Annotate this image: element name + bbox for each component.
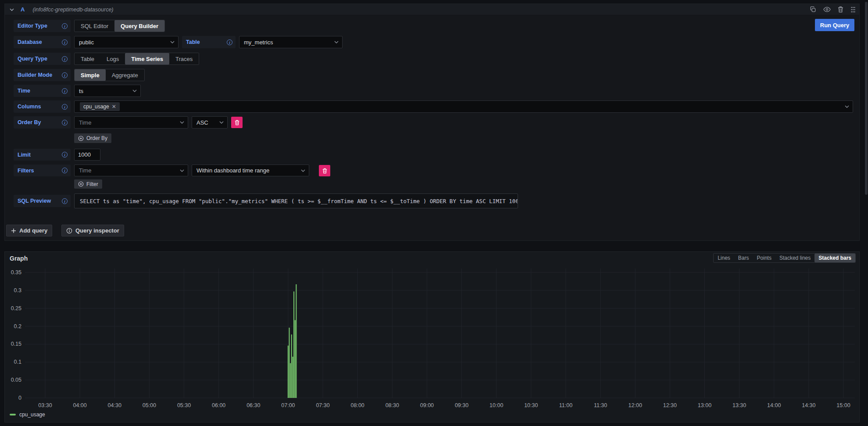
option-aggregate[interactable]: Aggregate [106, 69, 144, 81]
drag-handle-icon[interactable] [850, 7, 856, 13]
column-chip: cpu_usage ✕ [80, 102, 120, 111]
x-tick-label: 12:30 [663, 402, 677, 408]
sql-preview-text: SELECT ts as "time", cpu_usage FROM "pub… [74, 193, 518, 208]
filter-field-value: Time [79, 167, 91, 174]
query-editor-card: A (info8fcc-greptimedb-datasource) [4, 4, 860, 241]
order-by-direction-select[interactable]: ASC [192, 116, 228, 129]
info-icon[interactable]: i [62, 39, 68, 45]
filter-range-select[interactable]: Within dashboard time range [192, 165, 309, 176]
chevron-down-icon [167, 41, 175, 43]
option-points[interactable]: Points [753, 254, 775, 262]
order-by-label: Order By i [14, 116, 71, 129]
option-simple[interactable]: Simple [75, 69, 106, 81]
limit-input[interactable]: 1000 [74, 149, 100, 161]
y-tick-label: 0.2 [14, 323, 21, 329]
filter-range-value: Within dashboard time range [196, 167, 269, 174]
remove-order-by-button[interactable] [231, 117, 243, 128]
query-inspector-label: Query inspector [75, 227, 119, 234]
editor-type-row: Editor Type i SQL EditorQuery Builder [5, 20, 859, 32]
scrollbar-thumb[interactable] [865, 2, 868, 195]
limit-value: 1000 [78, 151, 91, 158]
x-tick-label: 11:00 [559, 402, 572, 408]
order-by-row: Order By i Time ASC [5, 116, 859, 129]
builder-mode-row: Builder Mode i SimpleAggregate [5, 69, 859, 81]
time-series-chart[interactable]: 00.050.10.150.20.250.30.3503:3004:0004:3… [5, 265, 860, 411]
bar [290, 363, 291, 398]
columns-multiselect[interactable]: cpu_usage ✕ [74, 100, 853, 113]
info-icon[interactable]: i [62, 23, 68, 29]
x-tick-label: 05:30 [177, 402, 191, 408]
chevron-down-icon [176, 169, 184, 172]
option-lines[interactable]: Lines [714, 254, 734, 262]
filters-row: Filters i Time Within dashboard time ran… [5, 165, 859, 176]
option-bars[interactable]: Bars [734, 254, 753, 262]
option-time-series[interactable]: Time Series [125, 53, 169, 64]
x-tick-label: 14:30 [802, 402, 815, 408]
add-filter-button[interactable]: Filter [74, 179, 102, 189]
info-icon[interactable]: i [62, 88, 68, 94]
option-traces[interactable]: Traces [169, 53, 199, 64]
query-row-header[interactable]: A (info8fcc-greptimedb-datasource) [5, 4, 859, 15]
datasource-name: (info8fcc-greptimedb-datasource) [32, 7, 113, 13]
query-inspector-button[interactable]: Query inspector [61, 225, 124, 236]
option-logs[interactable]: Logs [100, 53, 125, 64]
option-table[interactable]: Table [75, 53, 100, 64]
x-tick-label: 11:30 [594, 402, 607, 408]
query-header-actions [810, 6, 856, 13]
column-chip-label: cpu_usage [83, 104, 109, 110]
remove-column-icon[interactable]: ✕ [112, 104, 116, 110]
info-icon[interactable]: i [227, 39, 232, 45]
table-select[interactable]: my_metrics [239, 36, 343, 48]
x-tick-label: 13:00 [698, 402, 711, 408]
info-icon[interactable]: i [62, 198, 68, 204]
builder-mode-toggle: SimpleAggregate [74, 69, 145, 81]
option-query-builder[interactable]: Query Builder [114, 20, 164, 32]
option-sql-editor[interactable]: SQL Editor [75, 20, 114, 32]
legend-item[interactable]: cpu_usage [10, 412, 45, 418]
info-icon[interactable]: i [62, 56, 68, 62]
builder-mode-label: Builder Mode i [14, 69, 71, 81]
eye-icon[interactable] [823, 7, 831, 12]
run-query-button[interactable]: Run Query [815, 19, 854, 31]
info-icon[interactable]: i [62, 152, 68, 158]
duplicate-icon[interactable] [810, 6, 816, 13]
add-query-button[interactable]: Add query [6, 225, 52, 236]
option-stacked-lines[interactable]: Stacked lines [775, 254, 814, 262]
info-icon[interactable]: i [62, 104, 68, 110]
x-tick-label: 03:30 [38, 402, 52, 408]
x-tick-label: 07:30 [316, 402, 329, 408]
bar [295, 320, 296, 398]
order-by-field-select[interactable]: Time [74, 116, 188, 129]
trash-icon[interactable] [838, 6, 843, 13]
time-column-select[interactable]: ts [74, 85, 141, 97]
x-tick-label: 08:00 [351, 402, 364, 408]
time-row: Time i ts [5, 85, 859, 97]
database-label: Database i [14, 36, 71, 48]
database-select[interactable]: public [74, 36, 179, 48]
add-query-label: Add query [19, 227, 47, 234]
chevron-down-icon [216, 121, 224, 124]
bar [293, 291, 294, 398]
info-icon[interactable]: i [62, 120, 68, 125]
info-icon[interactable]: i [62, 168, 68, 173]
remove-filter-button[interactable] [319, 165, 330, 176]
chevron-down-icon [297, 169, 305, 172]
order-by-direction-value: ASC [196, 119, 208, 126]
limit-label: Limit i [14, 149, 71, 161]
collapse-chevron-icon[interactable] [9, 8, 14, 11]
query-type-row: Query Type i TableLogsTime SeriesTraces [5, 53, 859, 65]
columns-row: Columns i cpu_usage ✕ [5, 100, 859, 113]
filter-field-select[interactable]: Time [74, 165, 188, 176]
query-type-label: Query Type i [14, 53, 71, 65]
database-value: public [79, 39, 94, 46]
add-filter-label: Filter [86, 181, 98, 187]
bar [296, 284, 296, 398]
info-icon[interactable]: i [62, 72, 68, 78]
filters-label: Filters i [14, 165, 71, 176]
time-column-value: ts [79, 88, 83, 94]
editor-type-label: Editor Type i [14, 20, 71, 32]
add-order-by-button[interactable]: Order By [74, 133, 111, 143]
option-stacked-bars[interactable]: Stacked bars [814, 254, 855, 262]
x-tick-label: 06:30 [246, 402, 260, 408]
sql-preview-row: SQL Preview i SELECT ts as "time", cpu_u… [5, 193, 859, 208]
